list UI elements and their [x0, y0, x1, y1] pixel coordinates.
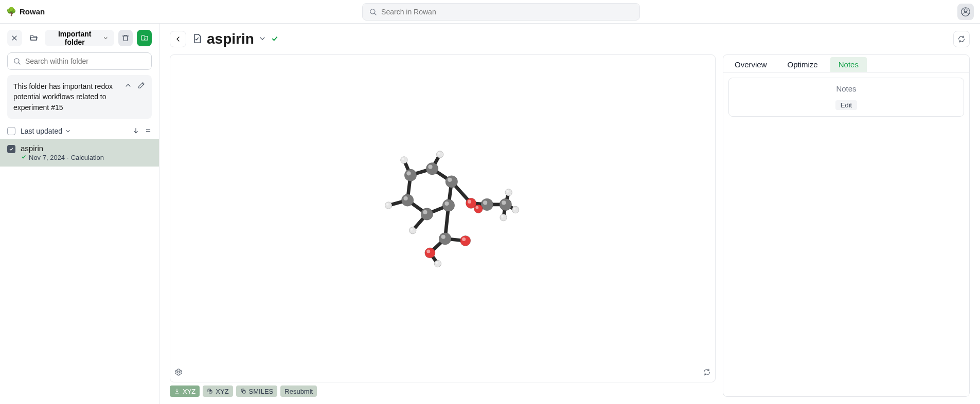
copy-xyz-label: XYZ — [216, 388, 228, 395]
chevron-down-icon — [258, 34, 266, 43]
item-checkbox[interactable] — [7, 145, 15, 153]
svg-point-48 — [474, 204, 483, 213]
copy-smiles-label: SMILES — [249, 388, 274, 395]
svg-line-1 — [375, 13, 376, 15]
refresh-button[interactable] — [953, 31, 970, 47]
sort-label-text: Last updated — [21, 127, 62, 135]
folder-name: Important folder — [50, 30, 99, 46]
refresh-icon — [957, 35, 966, 43]
title-dropdown[interactable] — [258, 34, 266, 44]
tab-overview[interactable]: Overview — [726, 57, 775, 72]
chevron-left-icon — [174, 35, 182, 43]
folder-move-icon — [140, 34, 149, 42]
item-title: aspirin — [21, 144, 152, 153]
sort-direction-button[interactable] — [132, 127, 139, 136]
page-title: aspirin — [207, 31, 254, 47]
svg-point-63 — [386, 203, 388, 206]
collapse-note-button[interactable] — [124, 81, 132, 113]
svg-point-2 — [964, 9, 967, 12]
svg-point-34 — [426, 162, 438, 175]
svg-point-57 — [426, 249, 430, 253]
close-icon — [10, 34, 19, 42]
search-icon — [369, 8, 377, 16]
svg-point-70 — [500, 214, 506, 221]
search-icon — [13, 57, 21, 65]
svg-point-37 — [448, 177, 452, 181]
status-check-icon — [21, 154, 27, 161]
edit-notes-button[interactable]: Edit — [835, 100, 857, 110]
sidebar: Important folder This folder has importa… — [0, 24, 159, 404]
svg-point-0 — [370, 9, 375, 13]
edit-note-button[interactable] — [137, 81, 146, 113]
close-folder-button[interactable] — [7, 30, 22, 46]
app-logo[interactable]: 🌳 Rowan — [6, 7, 45, 16]
profile-button[interactable] — [957, 4, 974, 20]
svg-point-32 — [404, 169, 417, 181]
tab-notes[interactable]: Notes — [830, 57, 867, 72]
molecule-canvas[interactable] — [335, 112, 551, 307]
folder-search-input[interactable] — [25, 57, 146, 65]
svg-point-74 — [177, 371, 180, 373]
viewer-settings-button[interactable] — [174, 368, 183, 378]
user-icon — [961, 7, 970, 16]
item-date: Nov 7, 2024 — [29, 154, 65, 161]
tab-optimize[interactable]: Optimize — [779, 57, 826, 72]
svg-point-61 — [437, 152, 440, 155]
list-item[interactable]: aspirin Nov 7, 2024 · Calculation — [0, 139, 159, 167]
sort-dropdown[interactable]: Last updated — [21, 127, 72, 135]
copy-icon — [207, 388, 213, 394]
tab-bar: Overview Optimize Notes — [723, 55, 969, 72]
notes-heading: Notes — [836, 84, 856, 93]
chevron-down-icon — [102, 34, 109, 42]
brand-text: Rowan — [20, 7, 45, 16]
status-check-icon — [271, 34, 279, 44]
notes-card: Notes Edit — [728, 78, 964, 117]
gear-icon — [174, 368, 183, 376]
svg-point-67 — [506, 190, 509, 193]
svg-point-58 — [400, 156, 407, 163]
resubmit-button[interactable]: Resubmit — [280, 385, 317, 397]
svg-point-39 — [444, 201, 449, 205]
resubmit-label: Resubmit — [284, 388, 313, 395]
svg-point-71 — [501, 215, 504, 217]
svg-point-40 — [421, 208, 433, 220]
right-panel: Overview Optimize Notes Notes Edit — [723, 54, 970, 397]
svg-point-41 — [423, 210, 427, 214]
svg-point-62 — [385, 201, 391, 208]
svg-point-52 — [439, 232, 451, 245]
svg-point-50 — [500, 198, 512, 211]
download-xyz-button[interactable]: XYZ — [170, 385, 200, 397]
svg-point-33 — [406, 171, 411, 175]
copy-smiles-button[interactable]: SMILES — [236, 385, 278, 397]
global-search[interactable] — [362, 3, 640, 21]
svg-point-49 — [475, 206, 478, 209]
svg-point-54 — [460, 235, 470, 246]
delete-button[interactable] — [118, 30, 133, 46]
svg-point-42 — [401, 194, 414, 206]
folder-search[interactable] — [7, 52, 152, 70]
copy-xyz-button[interactable]: XYZ — [203, 385, 233, 397]
svg-point-66 — [505, 189, 511, 195]
list-density-button[interactable] — [145, 127, 152, 136]
document-icon — [191, 33, 203, 46]
svg-point-51 — [502, 200, 506, 205]
download-xyz-label: XYZ — [183, 388, 195, 395]
back-button[interactable] — [170, 31, 186, 47]
svg-point-38 — [442, 199, 455, 211]
viewer-refresh-button[interactable] — [703, 368, 711, 378]
select-all-checkbox[interactable] — [7, 127, 15, 135]
svg-point-73 — [435, 261, 438, 264]
move-to-folder-button[interactable] — [137, 30, 152, 46]
molecule-viewer[interactable] — [170, 54, 716, 382]
svg-point-35 — [428, 164, 432, 169]
tree-icon: 🌳 — [6, 7, 16, 16]
svg-point-65 — [410, 228, 413, 230]
check-icon — [9, 146, 14, 152]
folder-dropdown[interactable]: Important folder — [45, 30, 114, 46]
arrow-down-icon — [132, 127, 139, 134]
svg-point-36 — [446, 175, 458, 188]
folder-icon-button[interactable] — [26, 30, 41, 46]
svg-point-6 — [14, 59, 19, 63]
global-search-input[interactable] — [381, 8, 633, 16]
svg-point-64 — [409, 227, 416, 233]
